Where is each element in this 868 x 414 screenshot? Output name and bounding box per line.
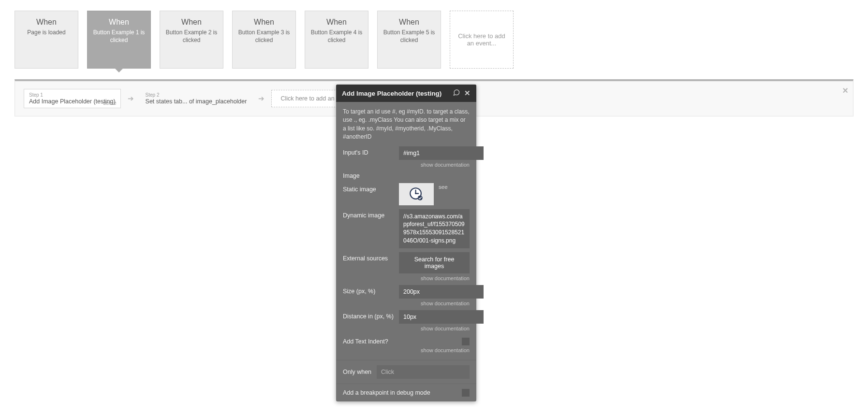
step-label: Step 1 (29, 92, 116, 98)
event-card-button-1[interactable]: When Button Example 1 is clicked (87, 11, 151, 69)
step-title: Add Image Placeholder (testing) (29, 98, 116, 105)
event-desc: Page is loaded (27, 29, 65, 36)
event-desc: Button Example 2 is clicked (164, 29, 219, 44)
event-card-button-3[interactable]: When Button Example 3 is clicked (232, 11, 296, 69)
event-when: When (326, 18, 347, 27)
event-desc: Button Example 4 is clicked (309, 29, 364, 44)
event-when: When (399, 18, 419, 27)
panel-body: To target an id use #, eg #myID. to targ… (336, 102, 476, 116)
add-event-text: Click here to add an event... (457, 32, 506, 47)
event-desc: Button Example 1 is clicked (91, 29, 147, 44)
event-when: When (181, 18, 202, 27)
add-event-card[interactable]: Click here to add an event... (450, 11, 514, 69)
event-card-page-loaded[interactable]: When Page is loaded (15, 11, 78, 69)
arrow-right-icon: ➔ (258, 94, 265, 103)
step-title: Set states tab... of image_placeholder (146, 98, 247, 105)
delete-step-link[interactable]: delete (103, 100, 116, 106)
panel-title: Add Image Placeholder (testing) (342, 90, 449, 97)
property-panel: Add Image Placeholder (testing) ✕ To tar… (336, 85, 476, 116)
event-when: When (36, 18, 57, 27)
event-card-button-5[interactable]: When Button Example 5 is clicked (377, 11, 441, 69)
workflow-step-2[interactable]: Step 2 Set states tab... of image_placeh… (141, 89, 252, 108)
workflow-step-1[interactable]: Step 1 Add Image Placeholder (testing) d… (24, 89, 121, 108)
event-when: When (109, 18, 129, 27)
close-icon[interactable]: × (842, 85, 848, 96)
events-row: When Page is loaded When Button Example … (0, 0, 868, 73)
event-when: When (254, 18, 274, 27)
comment-icon[interactable] (453, 89, 460, 98)
help-text: To target an id use #, eg #myID. to targ… (343, 108, 470, 116)
event-desc: Button Example 5 is clicked (382, 29, 437, 44)
event-desc: Button Example 3 is clicked (236, 29, 292, 44)
close-icon[interactable]: ✕ (464, 89, 471, 98)
event-card-button-4[interactable]: When Button Example 4 is clicked (305, 11, 368, 69)
panel-header: Add Image Placeholder (testing) ✕ (336, 85, 476, 102)
step-label: Step 2 (146, 92, 247, 98)
event-card-button-2[interactable]: When Button Example 2 is clicked (160, 11, 223, 69)
arrow-right-icon: ➔ (128, 94, 134, 103)
